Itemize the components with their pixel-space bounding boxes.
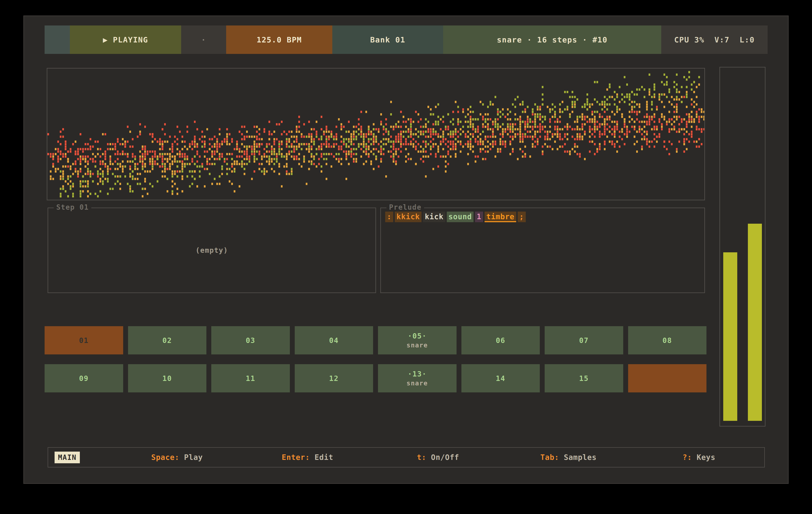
step-button-label: 14 <box>496 374 505 383</box>
shortcut-key: ?: <box>683 453 692 461</box>
step-button-label: 08 <box>663 336 672 345</box>
step-button-04[interactable]: 04 <box>295 326 373 355</box>
shortcut-key: t: <box>417 453 426 461</box>
shortcut-key: Space: <box>151 453 179 461</box>
step-button-01[interactable]: 01 <box>45 326 123 355</box>
bpm-display[interactable]: 125.0 BPM <box>226 26 332 54</box>
step-button-label: 07 <box>579 336 589 345</box>
shortcut-tab: Tab: Samples <box>503 453 634 461</box>
step-button-label: 02 <box>163 336 172 345</box>
status-bar: MAIN Space: PlayEnter: Editt: On/OffTab:… <box>48 447 765 467</box>
step-button-06[interactable]: 06 <box>461 326 540 355</box>
step-button-label: 12 <box>329 374 339 383</box>
step-button-sample-name: snare <box>407 380 428 387</box>
shortcut-key: Enter: <box>282 453 310 461</box>
pattern-scatter-canvas <box>47 68 704 200</box>
step-button-label: 03 <box>246 336 255 345</box>
step-button-label: 04 <box>329 336 339 345</box>
bank-display[interactable]: Bank 01 <box>332 26 443 54</box>
pattern-visualization-panel <box>47 68 705 200</box>
step-button-label: 01 <box>79 336 89 345</box>
step-button-05[interactable]: ·05·snare <box>378 326 457 355</box>
step-button-16[interactable] <box>628 364 707 392</box>
shortcut-key: Tab: <box>541 453 559 461</box>
beat-indicator: · <box>181 26 226 54</box>
top-bar: ▶ PLAYING · 125.0 BPM Bank 01 snare · 16… <box>45 26 767 54</box>
prelude-code[interactable]: :kkickkicksound1timbre; <box>385 212 527 222</box>
transport-status[interactable]: ▶ PLAYING <box>70 26 181 54</box>
cpu-stats: CPU 3% V:7 L:0 <box>661 26 767 54</box>
prelude-panel-title: Prelude <box>386 203 424 211</box>
step-grid: 01020304·05·snare06070809101112·13·snare… <box>45 326 706 392</box>
step-button-14[interactable]: 14 <box>461 364 540 392</box>
prelude-token[interactable]: ; <box>518 212 526 222</box>
mode-badge: MAIN <box>55 452 80 463</box>
step-button-label: 10 <box>163 374 172 383</box>
step-button-03[interactable]: 03 <box>211 326 290 355</box>
step-button-11[interactable]: 11 <box>211 364 290 392</box>
prelude-token[interactable]: : <box>385 212 393 222</box>
step-button-08[interactable]: 08 <box>628 326 707 355</box>
prelude-token[interactable]: kkick <box>395 212 422 222</box>
shortcut-t: t: On/Off <box>373 453 503 461</box>
step-button-02[interactable]: 02 <box>128 326 207 355</box>
step-button-07[interactable]: 07 <box>545 326 623 355</box>
step-button-sample-name: snare <box>407 341 428 349</box>
prelude-panel: Prelude :kkickkicksound1timbre; <box>380 208 705 293</box>
shortcut-hints: Space: PlayEnter: Editt: On/OffTab: Samp… <box>112 453 764 461</box>
track-info: snare · 16 steps · #10 <box>443 26 661 54</box>
level-meter-right <box>748 224 762 421</box>
step-button-label: 11 <box>246 374 255 383</box>
step-panel-title: Step 01 <box>54 203 91 211</box>
step-button-12[interactable]: 12 <box>295 364 373 392</box>
shortcut-enter: Enter: Edit <box>242 453 373 461</box>
step-button-13[interactable]: ·13·snare <box>378 364 457 392</box>
level-meter-left <box>723 252 737 421</box>
prelude-token[interactable]: 1 <box>475 212 483 222</box>
prelude-token[interactable]: timbre <box>485 212 516 222</box>
prelude-token[interactable]: sound <box>447 212 473 222</box>
step-panel: Step 01 (empty) <box>48 208 376 293</box>
level-meters <box>719 67 765 427</box>
step-button-10[interactable]: 10 <box>128 364 207 392</box>
app-window: ▶ PLAYING · 125.0 BPM Bank 01 snare · 16… <box>23 16 789 484</box>
step-button-15[interactable]: 15 <box>545 364 623 392</box>
step-button-label: 09 <box>79 374 89 383</box>
step-empty-text: (empty) <box>196 246 228 254</box>
step-button-label: 15 <box>579 374 589 383</box>
step-button-label: 06 <box>496 336 505 345</box>
step-button-label: ·05· <box>408 332 427 340</box>
step-button-label: ·13· <box>408 370 427 378</box>
prelude-token[interactable]: kick <box>423 212 445 222</box>
shortcut-space: Space: Play <box>112 453 242 461</box>
step-button-09[interactable]: 09 <box>45 364 123 392</box>
shortcut-help: ?: Keys <box>634 453 764 461</box>
corner-block <box>45 26 70 54</box>
